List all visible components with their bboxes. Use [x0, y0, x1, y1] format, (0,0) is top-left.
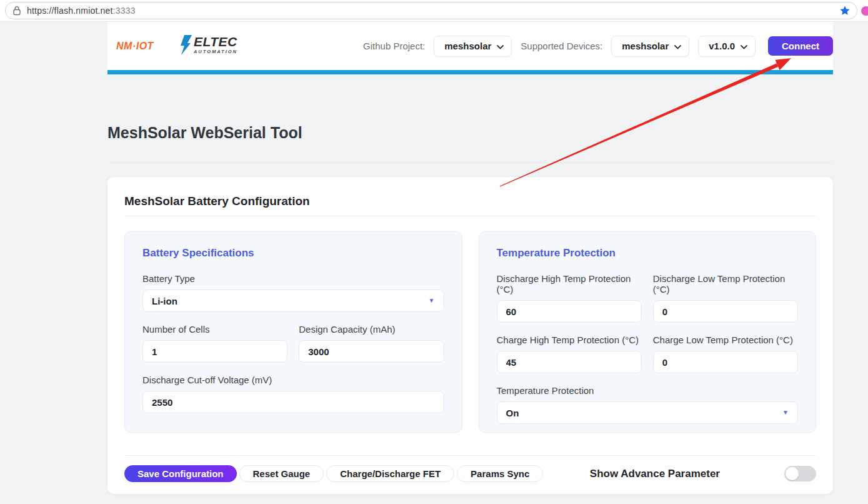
cells-capacity-row: Number of Cells Design Capacity (mAh) [142, 324, 444, 375]
charge-low-temp-field: Charge Low Temp Protection (°C) [653, 335, 798, 373]
discharge-high-temp-label: Discharge High Temp Protection (°C) [497, 273, 642, 295]
charge-high-temp-field: Charge High Temp Protection (°C) [497, 335, 642, 373]
battery-type-label: Battery Type [142, 273, 444, 284]
footer-divider [124, 455, 816, 456]
site-container: NM·IOT ELTEC AUTOMATION Github Project: … [107, 22, 833, 494]
temperature-protection-title: Temperature Protection [497, 247, 799, 260]
advance-parameter-toggle[interactable] [784, 466, 816, 481]
page-divider [107, 163, 833, 163]
card-footer: Save Configuration Reset Gauge Charge/Di… [124, 465, 816, 482]
advance-parameter-group: Show Advance Parameter [590, 466, 816, 481]
temperature-protection-value: On [506, 408, 519, 418]
charge-high-temp-input[interactable] [497, 351, 642, 373]
supported-devices-select[interactable]: meshsolar [611, 36, 689, 57]
temperature-protection-label: Temperature Protection [497, 385, 799, 396]
connect-button[interactable]: Connect [768, 36, 833, 56]
caret-down-icon: ▼ [429, 298, 435, 304]
design-capacity-field: Design Capacity (mAh) [299, 324, 444, 363]
charge-temp-row: Charge High Temp Protection (°C) Charge … [497, 335, 799, 385]
charge-low-temp-input[interactable] [653, 351, 798, 373]
nmiot-logo: NM·IOT [116, 41, 154, 52]
charge-discharge-fet-button[interactable]: Charge/Discharge FET [326, 465, 454, 482]
github-project-label: Github Project: [363, 41, 425, 51]
discharge-low-temp-field: Discharge Low Temp Protection (°C) [653, 273, 798, 323]
bookmark-star-icon[interactable] [839, 5, 851, 16]
version-value: v1.0.0 [709, 41, 735, 51]
heltec-logo-text: ELTEC AUTOMATION [194, 35, 237, 54]
github-project-value: meshsolar [444, 41, 491, 51]
page-title: MeshSolar WebSerial Tool [107, 124, 833, 142]
number-of-cells-label: Number of Cells [142, 324, 287, 335]
cutoff-voltage-input[interactable] [142, 391, 444, 413]
design-capacity-label: Design Capacity (mAh) [299, 324, 444, 335]
card-title: MeshSolar Battery Configuration [124, 194, 816, 208]
advance-parameter-label: Show Advance Parameter [590, 468, 720, 480]
design-capacity-input[interactable] [299, 340, 444, 363]
reset-gauge-button[interactable]: Reset Gauge [239, 465, 324, 482]
browser-chrome: https://flash.nmiot.net:3333 [0, 0, 868, 22]
heltec-logo: ELTEC AUTOMATION [179, 35, 237, 58]
temperature-protection-select[interactable]: On ▼ [497, 401, 799, 424]
battery-configuration-card: MeshSolar Battery Configuration Battery … [107, 177, 833, 494]
heltec-name: ELTEC [194, 35, 237, 48]
discharge-temp-row: Discharge High Temp Protection (°C) Disc… [497, 273, 799, 335]
github-project-select[interactable]: meshsolar [434, 36, 512, 57]
chevron-down-icon [741, 41, 747, 52]
number-of-cells-field: Number of Cells [142, 324, 287, 363]
chevron-down-icon [497, 41, 504, 52]
charge-high-temp-label: Charge High Temp Protection (°C) [497, 335, 642, 345]
heltec-logo-icon [179, 35, 192, 58]
caret-down-icon: ▼ [782, 410, 789, 416]
discharge-low-temp-input[interactable] [653, 300, 798, 323]
chevron-down-icon [674, 41, 681, 52]
discharge-high-temp-field: Discharge High Temp Protection (°C) [497, 273, 642, 323]
lock-icon[interactable] [12, 6, 21, 16]
header-controls: Github Project: meshsolar Supported Devi… [363, 36, 833, 57]
cutoff-voltage-field: Discharge Cut-off Voltage (mV) [142, 375, 444, 413]
discharge-low-temp-label: Discharge Low Temp Protection (°C) [653, 273, 798, 295]
supported-devices-label: Supported Devices: [521, 41, 602, 51]
url-main: https://flash.nmiot.net [27, 6, 113, 16]
charge-low-temp-label: Charge Low Temp Protection (°C) [653, 335, 798, 345]
header-accent-bar [107, 70, 833, 74]
params-sync-button[interactable]: Params Sync [457, 465, 543, 482]
temperature-protection-panel: Temperature Protection Discharge High Te… [479, 231, 817, 433]
number-of-cells-input[interactable] [142, 340, 287, 363]
version-select[interactable]: v1.0.0 [698, 36, 756, 57]
site-header: NM·IOT ELTEC AUTOMATION Github Project: … [107, 22, 833, 70]
battery-type-value: Li-ion [152, 296, 177, 306]
extension-icon[interactable] [861, 6, 868, 16]
toggle-knob [786, 467, 799, 480]
url-text: https://flash.nmiot.net:3333 [27, 6, 136, 16]
temperature-protection-field: Temperature Protection On ▼ [497, 385, 799, 424]
battery-specifications-panel: Battery Specifications Battery Type Li-i… [124, 231, 462, 433]
url-port: :3333 [113, 6, 136, 16]
config-panels: Battery Specifications Battery Type Li-i… [124, 231, 816, 433]
battery-specifications-title: Battery Specifications [142, 247, 444, 260]
supported-devices-value: meshsolar [622, 41, 669, 51]
card-divider [124, 216, 816, 216]
heltec-subtitle: AUTOMATION [194, 49, 237, 54]
cutoff-voltage-label: Discharge Cut-off Voltage (mV) [142, 375, 444, 385]
discharge-high-temp-input[interactable] [497, 300, 642, 323]
save-configuration-button[interactable]: Save Configuration [124, 465, 237, 482]
battery-type-select[interactable]: Li-ion ▼ [142, 290, 444, 312]
url-bar[interactable]: https://flash.nmiot.net:3333 [5, 2, 857, 19]
battery-type-field: Battery Type Li-ion ▼ [142, 273, 444, 312]
